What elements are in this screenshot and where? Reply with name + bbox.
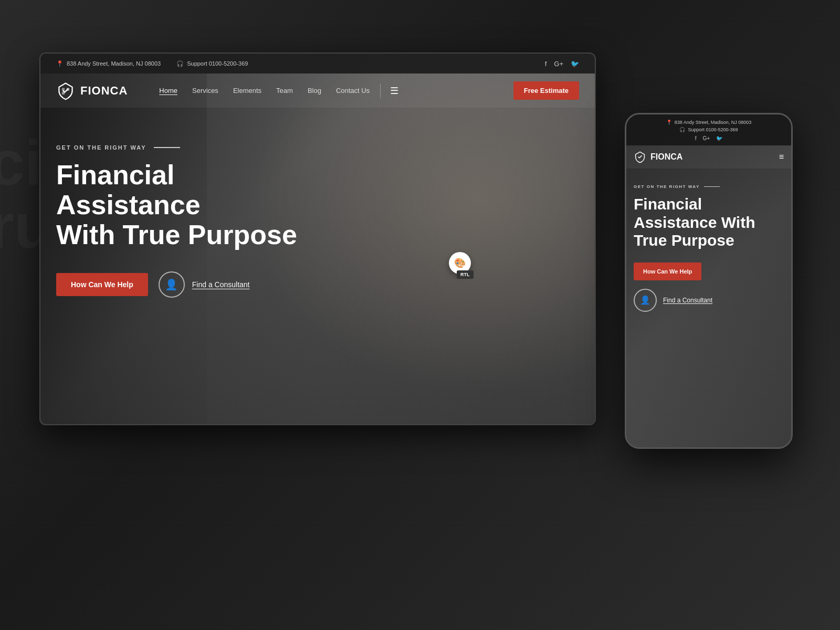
hero-title: Financial Assistance With True Purpose [56,160,319,250]
desktop-mockup: 📍 838 Andy Street, Madison, NJ 08003 🎧 S… [39,52,596,425]
svg-rect-2 [62,91,65,94]
how-can-we-help-button[interactable]: How Can We Help [56,273,148,296]
mobile-topbar-support: 🎧 Support 0100-5200-369 [634,127,784,132]
nav-divider [380,83,381,98]
mobile-facebook-icon[interactable]: f [695,135,697,141]
mobile-consultant-person-icon: 👤 [640,295,650,305]
nav-contact[interactable]: Contact Us [336,87,370,94]
location-icon: 📍 [56,60,64,67]
hamburger-icon[interactable]: ☰ [390,85,398,97]
nav-elements[interactable]: Elements [233,87,261,94]
mobile-find-consultant-button[interactable]: 👤 Find a Consultant [634,289,784,312]
topbar-left: 📍 838 Andy Street, Madison, NJ 08003 🎧 S… [56,60,248,67]
topbar-support: 🎧 Support 0100-5200-369 [176,60,248,67]
nav-blog[interactable]: Blog [308,87,321,94]
svg-rect-0 [62,88,65,90]
mobile-how-can-we-help-button[interactable]: How Can We Help [634,262,701,280]
logo-text: FIONCA [80,84,128,98]
mobile-twitter-icon[interactable]: 🐦 [716,135,722,141]
nav-links: Home Services Elements Team Blog Contact… [159,87,370,94]
topbar-social: f G+ 🐦 [545,60,579,68]
rtl-badge[interactable]: RTL [457,270,474,279]
logo-icon [56,81,75,100]
mobile-headphone-icon: 🎧 [679,127,685,132]
hero-buttons: How Can We Help 👤 Find a Consultant [56,271,579,298]
consultant-circle: 👤 [159,271,185,298]
mobile-topbar: 📍 838 Andy Street, Madison, NJ 08003 🎧 S… [626,114,791,145]
mobile-navbar: FIONCA ≡ [626,145,791,169]
consultant-label: Find a Consultant [192,280,250,289]
mobile-consultant-circle: 👤 [634,289,657,312]
find-consultant-button[interactable]: 👤 Find a Consultant [159,271,250,298]
headphone-icon: 🎧 [176,60,184,67]
mobile-topbar-address: 📍 838 Andy Street, Madison, NJ 08003 [634,120,784,125]
logo[interactable]: FIONCA [56,81,128,100]
free-estimate-button[interactable]: Free Estimate [513,81,579,100]
mobile-social-icons: f G+ 🐦 [634,135,784,141]
mobile-hero-title: Financial Assistance With True Purpose [634,195,784,250]
mobile-googleplus-icon[interactable]: G+ [703,135,710,141]
mobile-logo-text: FIONCA [650,152,682,162]
desktop-navbar: FIONCA Home Services Elements Team Blog … [40,74,595,108]
mobile-mockup: 📍 838 Andy Street, Madison, NJ 08003 🎧 S… [625,113,793,449]
nav-home[interactable]: Home [159,87,177,94]
googleplus-icon[interactable]: G+ [554,60,563,68]
mobile-hero-eyebrow: GET ON THE RIGHT WAY [634,184,784,189]
mobile-hero-content: GET ON THE RIGHT WAY Financial Assistanc… [626,169,791,322]
mobile-consultant-label: Find a Consultant [663,297,712,304]
facebook-icon[interactable]: f [545,60,547,68]
mobile-logo-icon [634,151,646,163]
nav-services[interactable]: Services [192,87,218,94]
consultant-person-icon: 👤 [165,278,178,291]
hero-eyebrow: GET ON THE RIGHT WAY [56,144,579,151]
mobile-hamburger-icon[interactable]: ≡ [779,152,784,162]
twitter-icon[interactable]: 🐦 [571,60,579,68]
desktop-hero-content: GET ON THE RIGHT WAY Financial Assistanc… [40,108,595,324]
mobile-location-icon: 📍 [666,120,672,125]
nav-team[interactable]: Team [276,87,293,94]
mobile-logo[interactable]: FIONCA [634,151,682,163]
svg-rect-1 [67,88,69,90]
desktop-topbar: 📍 838 Andy Street, Madison, NJ 08003 🎧 S… [40,54,595,74]
topbar-address: 📍 838 Andy Street, Madison, NJ 08003 [56,60,161,67]
